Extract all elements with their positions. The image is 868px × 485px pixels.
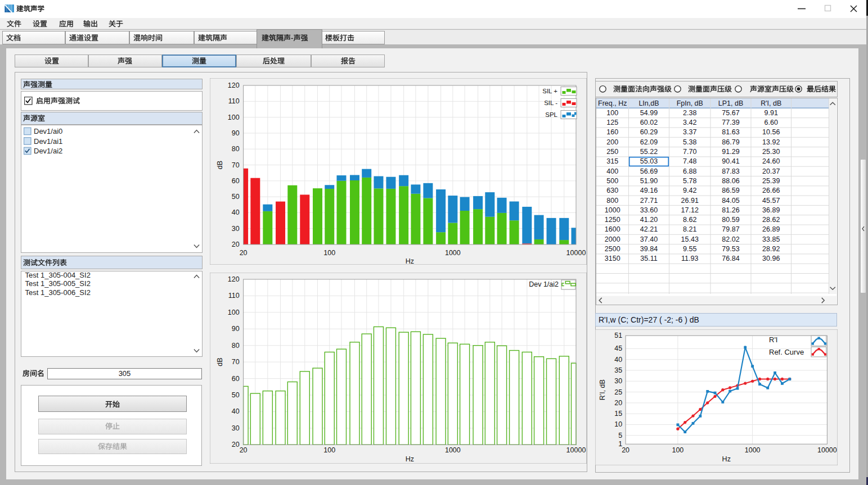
svg-text:Dev 1/ai2: Dev 1/ai2 [529,280,559,288]
svg-text:R'I, dB: R'I, dB [761,99,781,107]
svg-text:49.16: 49.16 [640,187,657,194]
svg-text:500: 500 [606,177,618,185]
svg-text:81.26: 81.26 [722,206,739,214]
svg-text:80: 80 [232,145,240,153]
svg-text:2500: 2500 [604,245,620,253]
svg-text:79.53: 79.53 [722,245,739,253]
svg-text:60: 60 [232,177,240,185]
svg-text:60: 60 [232,375,240,383]
svg-text:Hz: Hz [406,455,414,463]
svg-text:6.60: 6.60 [764,119,777,126]
svg-text:25: 25 [614,388,622,396]
svg-text:45: 45 [614,345,622,352]
svg-text:30.96: 30.96 [762,255,780,263]
svg-text:SIL -: SIL - [544,99,557,106]
svg-text:54.99: 54.99 [640,109,657,117]
svg-text:26.89: 26.89 [762,226,780,234]
svg-text:80: 80 [232,342,240,350]
svg-text:125: 125 [606,119,618,126]
svg-text:51: 51 [614,332,622,339]
svg-text:36.89: 36.89 [762,206,780,214]
svg-text:100: 100 [228,309,240,316]
svg-text:5.78: 5.78 [683,177,696,185]
svg-text:Hz: Hz [722,455,731,463]
svg-text:5: 5 [618,432,622,439]
svg-text:33.85: 33.85 [762,235,780,243]
svg-text:1000: 1000 [604,206,620,214]
svg-text:25.30: 25.30 [762,148,780,156]
svg-text:9.42: 9.42 [683,187,696,194]
svg-text:35.11: 35.11 [640,255,657,263]
svg-text:1250: 1250 [604,216,620,224]
svg-text:90.41: 90.41 [722,158,739,166]
svg-text:62.09: 62.09 [640,138,657,146]
svg-text:28.62: 28.62 [762,216,780,224]
svg-text:7.70: 7.70 [683,148,696,156]
svg-text:1000: 1000 [445,249,461,257]
svg-text:dB: dB [216,161,224,169]
svg-text:77.39: 77.39 [722,119,739,126]
svg-text:20.37: 20.37 [762,167,780,175]
svg-text:5.38: 5.38 [683,138,696,146]
svg-text:27.71: 27.71 [640,197,657,205]
svg-text:120: 120 [228,81,240,89]
svg-text:39.84: 39.84 [640,245,657,253]
svg-text:R'I: R'I [769,336,777,344]
svg-text:2.38: 2.38 [683,109,696,117]
svg-text:250: 250 [606,148,618,156]
svg-text:20: 20 [232,441,240,448]
svg-text:Freq., Hz: Freq., Hz [598,99,627,107]
svg-text:87.83: 87.83 [722,167,739,175]
svg-text:33.60: 33.60 [640,206,657,214]
svg-text:24.60: 24.60 [762,158,780,166]
svg-text:40: 40 [232,407,240,415]
svg-text:9.91: 9.91 [764,109,777,117]
svg-text:6.88: 6.88 [683,167,696,175]
svg-text:55.22: 55.22 [640,148,657,156]
svg-text:51.90: 51.90 [640,177,657,185]
svg-text:15: 15 [614,410,622,418]
svg-text:SIL +: SIL + [542,88,557,94]
svg-text:10000: 10000 [566,249,586,257]
svg-text:100: 100 [323,249,335,257]
svg-text:35: 35 [614,366,622,374]
svg-text:400: 400 [606,167,618,175]
svg-text:20: 20 [240,446,248,454]
svg-text:50: 50 [232,391,240,399]
svg-text:630: 630 [606,187,618,194]
svg-text:91.29: 91.29 [722,148,739,156]
svg-text:110: 110 [228,292,240,300]
svg-text:110: 110 [228,97,240,105]
svg-text:30: 30 [232,225,240,233]
svg-text:70: 70 [232,161,240,169]
svg-text:3.42: 3.42 [683,119,696,126]
svg-text:60.02: 60.02 [640,119,657,126]
svg-text:80.59: 80.59 [722,216,739,224]
svg-text:30: 30 [232,424,240,432]
svg-text:76.84: 76.84 [722,255,739,263]
svg-text:81.63: 81.63 [722,129,739,137]
svg-text:LIn,dB: LIn,dB [638,99,659,107]
svg-text:dB: dB [216,358,224,366]
svg-text:100: 100 [323,446,335,454]
svg-text:20: 20 [614,399,622,407]
svg-text:40: 40 [232,208,240,216]
svg-text:1000: 1000 [445,446,461,454]
svg-text:9.55: 9.55 [683,245,696,253]
svg-text:56.69: 56.69 [640,167,657,175]
svg-text:25.39: 25.39 [762,177,780,185]
svg-text:FpIn, dB: FpIn, dB [676,99,703,107]
svg-text:20: 20 [240,249,248,257]
svg-text:11.93: 11.93 [681,255,698,263]
svg-text:90: 90 [232,325,240,333]
svg-text:8.21: 8.21 [683,226,696,234]
svg-text:1000: 1000 [745,446,761,454]
svg-text:15.43: 15.43 [681,235,698,243]
svg-text:1600: 1600 [604,226,620,234]
svg-text:70: 70 [232,358,240,366]
svg-text:40: 40 [614,356,622,364]
svg-text:88.06: 88.06 [722,177,739,185]
svg-text:10000: 10000 [817,446,837,454]
svg-text:R'I, dB: R'I, dB [599,379,606,400]
svg-text:75.67: 75.67 [722,109,739,117]
